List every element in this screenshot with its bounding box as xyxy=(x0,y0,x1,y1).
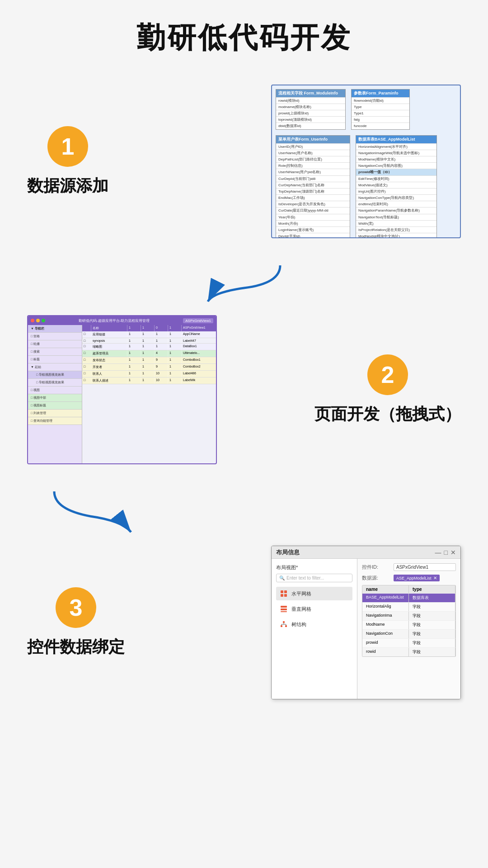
pds-sidebar-item9: □ 列表管理 xyxy=(28,410,82,417)
arrow1-step1-to-step2 xyxy=(199,261,289,306)
svg-rect-3 xyxy=(284,590,287,593)
bs-layout-tree[interactable]: 树结构 xyxy=(276,618,352,631)
bs-restore-icon[interactable]: □ xyxy=(444,549,448,556)
bs-layout-label: 布局视图* xyxy=(276,564,352,571)
bs-control-id-label: 控件ID: xyxy=(362,564,394,571)
step1-label: 数据源添加 xyxy=(27,175,108,197)
bs-search-icon: 🔍 xyxy=(279,576,285,580)
bs-nt-type-4: 字段 xyxy=(409,630,455,638)
svg-rect-4 xyxy=(281,594,283,597)
arrow2-step2-to-step3 xyxy=(45,487,145,537)
pds-toolbar-label: ASPxGridView1 xyxy=(183,318,213,323)
pds-min-dot xyxy=(36,319,40,322)
binding-screenshot: 布局信息 — □ ✕ 布局视图* 🔍 Enter text to filter.… xyxy=(271,546,461,699)
bs-nt-header-name: name xyxy=(362,585,409,593)
svg-rect-2 xyxy=(281,590,283,593)
db-table1-row1: rowid(模块id) xyxy=(276,97,345,104)
bs-nt-name-2: NavigationIma xyxy=(362,612,409,620)
bs-nt-row-5[interactable]: prowid 字段 xyxy=(362,638,455,647)
bs-datasource-value[interactable]: ASE_AppModelList ✕ xyxy=(394,575,440,581)
pds-sidebar-item4: □ 标题 xyxy=(28,356,82,363)
bs-nt-row-6[interactable]: rowid 字段 xyxy=(362,647,455,656)
bs-name-type-table: name type BASE_AppModelList 数据库表 Horizon… xyxy=(362,585,456,657)
pds-table-row7: □ 联系人 1 1 10 1 Label486 xyxy=(82,371,216,377)
bs-search-placeholder: Enter text to filter... xyxy=(286,576,324,580)
step3-label: 控件数据绑定 xyxy=(27,636,125,658)
pds-sidebar-item10: □ 查询功能管理 xyxy=(28,417,82,425)
pds-sidebar-root: ▼ 导航栏 xyxy=(28,325,82,333)
pds-table-row6: □ 开发者 1 1 9 1 ComboBox2 xyxy=(82,364,216,371)
bs-nt-header-type: type xyxy=(409,585,455,593)
bs-nt-row-0[interactable]: BASE_AppModelList 数据库表 xyxy=(362,593,455,602)
bs-nt-type-3: 字段 xyxy=(409,621,455,629)
bs-datasource-close-icon[interactable]: ✕ xyxy=(433,576,437,580)
pds-main-content: 名称 1 1 0 1 ASPxGridView1 □ 应用链接 1 1 1 xyxy=(82,325,216,463)
pds-table-header: 名称 1 1 0 1 ASPxGridView1 xyxy=(82,325,216,331)
svg-rect-10 xyxy=(281,625,282,627)
bs-layout-horizontal-grid[interactable]: 水平网格 xyxy=(276,587,352,600)
bs-nt-type-6: 字段 xyxy=(409,648,455,656)
bs-nt-name-0: BASE_AppModelList xyxy=(362,594,409,602)
pds-sidebar-nav1: □ 导航视图视觉效果 xyxy=(28,371,82,379)
bs-left-panel: 布局视图* 🔍 Enter text to filter... xyxy=(272,559,357,699)
bs-nt-type-1: 字段 xyxy=(409,603,455,611)
bs-layout-tree-label: 树结构 xyxy=(291,621,306,628)
svg-rect-6 xyxy=(281,606,287,608)
svg-rect-9 xyxy=(283,621,285,623)
db-table2-header: 参数表Form_Paraminfo xyxy=(352,90,409,97)
bs-nt-name-5: prowid xyxy=(362,639,409,647)
bs-nt-header: name type xyxy=(362,585,455,593)
arrow1-container xyxy=(27,261,461,306)
bs-close-icon[interactable]: ✕ xyxy=(450,549,456,556)
bs-nt-row-1[interactable]: HorizontalAlig 字段 xyxy=(362,602,455,611)
bs-nt-name-1: HorizontalAlig xyxy=(362,603,409,611)
step1-info: 1 数据源添加 xyxy=(27,126,108,197)
page-title: 勤研低代码开发 xyxy=(136,18,352,57)
svg-rect-7 xyxy=(281,609,287,610)
bs-control-id-row: 控件ID: ASPxGridView1 xyxy=(362,563,456,571)
pds-sidebar: ▼ 导航栏 □ 宫格 □ 轮播 □ 搜索 □ 标题 ▼ 起始 □ 导航视图视觉效… xyxy=(28,325,82,463)
step2-section: 勤研低代码-超级应用平台-助力流程应用管理 ASPxGridView1 ▼ 导航… xyxy=(0,315,488,464)
step3-info: 3 控件数据绑定 xyxy=(27,587,125,658)
step2-info: 2 页面开发（拖拽式） xyxy=(314,354,461,425)
bs-nt-row-2[interactable]: NavigationIma 字段 xyxy=(362,611,455,620)
bs-nt-name-4: NavigationCon xyxy=(362,630,409,638)
bs-search-filter[interactable]: 🔍 Enter text to filter... xyxy=(276,574,352,582)
db-diagram-screenshot: 流程相关字段 Form_ModuleInfo rowid(模块id) modna… xyxy=(271,85,461,238)
bs-datasource-text: ASE_AppModelList xyxy=(396,576,432,580)
bs-tree-icon xyxy=(280,620,288,628)
bs-layout-v-label: 垂直网格 xyxy=(291,606,311,613)
bs-titlebar: 布局信息 — □ ✕ xyxy=(272,546,460,559)
pds-table-row1: □ 应用链接 1 1 1 1 AppClName xyxy=(82,331,216,338)
bs-window-controls: — □ ✕ xyxy=(435,549,456,556)
pds-table-row3: □ 缩略图 1 1 1 1 DataBox1 xyxy=(82,344,216,350)
bs-datasource-row: 数据源: ASE_AppModelList ✕ xyxy=(362,575,456,581)
pds-sidebar-item7: □ 视图中部 xyxy=(28,394,82,402)
bs-body: 布局视图* 🔍 Enter text to filter... xyxy=(272,559,460,699)
step3-badge: 3 xyxy=(56,587,96,628)
bs-control-id-value: ASPxGridView1 xyxy=(394,563,456,571)
pds-table-row8: □ 联系人描述 1 1 10 1 LabelWk xyxy=(82,377,216,384)
bs-nt-type-2: 字段 xyxy=(409,612,455,620)
pds-table-row4: □ 超系管理员 1 1 4 1 Ultimatelo... xyxy=(82,350,216,357)
pds-sidebar-item2: □ 轮播 xyxy=(28,340,82,348)
bs-nt-row-4[interactable]: NavigationCon 字段 xyxy=(362,629,455,638)
bs-layout-h-label: 水平网格 xyxy=(291,590,311,597)
bs-nt-row-3[interactable]: ModName 字段 xyxy=(362,620,455,629)
page-dev-screenshot: 勤研低代码-超级应用平台-助力流程应用管理 ASPxGridView1 ▼ 导航… xyxy=(27,315,217,464)
bs-layout-vertical-grid[interactable]: 垂直网格 xyxy=(276,602,352,616)
db-table3-header: 菜单用户表Form_UserInfo xyxy=(276,136,350,143)
pds-sidebar-item1: □ 宫格 xyxy=(28,333,82,340)
pds-sidebar-item6: □ 视图 xyxy=(28,387,82,394)
pds-table-row5: □ 发布状态 1 1 9 1 ComboBox1 xyxy=(82,357,216,364)
db-table4-header: 数据库表BASE_AppModelList xyxy=(356,136,436,143)
pds-table-row2: □ synopsis 1 1 1 1 Label447 xyxy=(82,338,216,344)
step2-label: 页面开发（拖拽式） xyxy=(314,403,461,425)
bs-nt-name-3: ModName xyxy=(362,621,409,629)
step1-section: 1 数据源添加 流程相关字段 Form_ModuleInfo rowid(模块i… xyxy=(0,85,488,243)
bs-grid-v-icon xyxy=(280,605,288,613)
bs-minimize-icon[interactable]: — xyxy=(435,549,441,556)
bs-nt-type-0: 数据库表 xyxy=(409,594,455,602)
pds-sidebar-item3: □ 搜索 xyxy=(28,348,82,356)
pds-sidebar-nav2: □ 导航视图视觉效果 xyxy=(28,379,82,387)
